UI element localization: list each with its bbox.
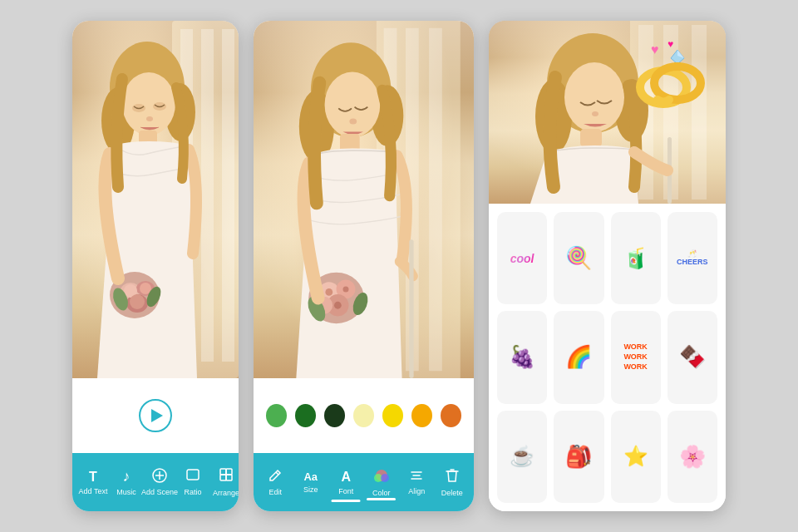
svg-rect-26 — [226, 469, 232, 475]
left-toolbar: T Add Text ♪ Music Add Scene — [72, 453, 239, 511]
svg-rect-3 — [222, 29, 234, 362]
color-yellow[interactable] — [382, 404, 403, 427]
play-area — [72, 378, 239, 453]
color-dark-green[interactable] — [324, 404, 345, 427]
edit-tool-size[interactable]: Aa Size — [296, 470, 325, 494]
svg-text:♥: ♥ — [651, 42, 659, 57]
add-text-label: Add Text — [79, 487, 108, 495]
edit-icon — [268, 469, 282, 485]
photo-area-left — [72, 21, 239, 378]
color-orange-light[interactable] — [411, 404, 432, 427]
color-icon — [374, 468, 389, 486]
align-icon — [410, 470, 423, 485]
photo-right: ♥ ♥ — [489, 21, 726, 204]
photo-left — [72, 21, 239, 378]
edit-tool-color[interactable]: Color — [367, 468, 396, 497]
color-green-light[interactable] — [266, 404, 287, 427]
edit-tool-delete-label: Delete — [441, 489, 463, 497]
sticker-rainbow[interactable]: 🌈 — [554, 311, 603, 403]
play-button[interactable] — [139, 399, 172, 432]
toolbar-add-scene[interactable]: Add Scene — [143, 468, 176, 496]
svg-point-67 — [592, 111, 598, 116]
edit-tool-edit-label: Edit — [268, 488, 282, 496]
sticker-grape[interactable]: 🍇 — [497, 311, 547, 403]
sticker-cup[interactable]: ☕ — [497, 411, 547, 503]
toolbar-music[interactable]: ♪ Music — [110, 468, 143, 496]
edit-tool-align[interactable]: Align — [402, 470, 431, 495]
main-container: T Add Text ♪ Music Add Scene — [0, 0, 798, 532]
svg-point-66 — [564, 62, 624, 132]
panel-middle: Edit Aa Size A Font Color — [254, 21, 474, 511]
add-scene-icon — [152, 468, 167, 485]
sticker-backpack[interactable]: 🎒 — [554, 411, 603, 503]
sticker-heart-choc[interactable]: 🍫 — [667, 311, 717, 403]
svg-point-44 — [325, 288, 332, 296]
arrange-icon — [219, 467, 234, 486]
photo-middle — [254, 21, 474, 378]
sticker-grid: cool 🍭 🧃 🥂CHEERS 🍇 🌈 WORKWORKWORK — [489, 204, 726, 511]
svg-rect-68 — [580, 129, 602, 147]
svg-rect-74 — [674, 62, 681, 66]
sticker-cool[interactable]: cool — [497, 212, 547, 304]
edit-tool-font-label: Font — [338, 487, 353, 495]
edit-tool-edit[interactable]: Edit — [261, 469, 290, 496]
svg-point-10 — [146, 116, 153, 121]
music-label: Music — [116, 488, 136, 496]
color-green-dark[interactable] — [295, 404, 316, 427]
svg-rect-49 — [409, 239, 413, 378]
music-icon: ♪ — [123, 468, 131, 485]
svg-rect-28 — [226, 475, 232, 480]
edit-toolbar: Edit Aa Size A Font Color — [254, 453, 474, 511]
sticker-star[interactable]: ⭐ — [611, 411, 661, 503]
sticker-lollipop[interactable]: 🍭 — [554, 212, 603, 304]
ratio-icon — [185, 468, 200, 485]
add-scene-label: Add Scene — [141, 488, 178, 496]
sticker-flower[interactable]: 🌸 — [667, 411, 717, 503]
svg-text:♥: ♥ — [667, 38, 673, 50]
svg-rect-2 — [201, 29, 214, 362]
svg-point-37 — [349, 119, 357, 125]
ratio-label: Ratio — [184, 488, 201, 496]
sticker-juice[interactable]: 🧃 — [611, 212, 661, 304]
font-icon: A — [341, 470, 351, 485]
sticker-work[interactable]: WORKWORKWORK — [611, 311, 661, 403]
edit-tool-color-label: Color — [372, 489, 391, 497]
toolbar-ratio[interactable]: Ratio — [176, 468, 209, 496]
svg-point-7 — [122, 72, 175, 135]
size-icon: Aa — [303, 470, 318, 483]
svg-point-53 — [381, 474, 389, 482]
color-orange[interactable] — [441, 404, 461, 427]
photo-area-middle — [254, 21, 474, 378]
svg-rect-25 — [220, 469, 226, 475]
svg-point-46 — [334, 302, 342, 309]
edit-tool-delete[interactable]: Delete — [437, 468, 466, 497]
toolbar-arrange[interactable]: Arrange — [209, 467, 239, 497]
sticker-top: ♥ ♥ — [489, 21, 726, 204]
svg-rect-32 — [429, 28, 442, 371]
edit-tool-font[interactable]: A Font — [332, 470, 361, 495]
svg-point-18 — [130, 294, 145, 309]
panel-left: T Add Text ♪ Music Add Scene — [72, 21, 239, 511]
delete-icon — [446, 468, 459, 486]
svg-point-36 — [325, 71, 381, 137]
toolbar-add-text[interactable]: T Add Text — [76, 470, 110, 495]
edit-tool-size-label: Size — [303, 485, 318, 494]
featured-sticker[interactable]: ♥ ♥ — [626, 37, 709, 119]
play-icon — [151, 409, 163, 422]
add-text-icon: T — [89, 470, 97, 485]
sticker-cheers[interactable]: 🥂CHEERS — [667, 212, 717, 304]
svg-line-50 — [276, 472, 278, 475]
color-yellow-light[interactable] — [353, 404, 374, 427]
edit-tool-align-label: Align — [408, 487, 425, 495]
color-picker-area — [254, 378, 474, 453]
arrange-label: Arrange — [213, 489, 239, 497]
panel-right: ♥ ♥ cool 🍭 🧃 🥂CHEERS 🍇 — [489, 21, 726, 511]
svg-point-45 — [342, 286, 348, 292]
svg-rect-24 — [187, 470, 199, 480]
svg-rect-27 — [220, 475, 226, 480]
